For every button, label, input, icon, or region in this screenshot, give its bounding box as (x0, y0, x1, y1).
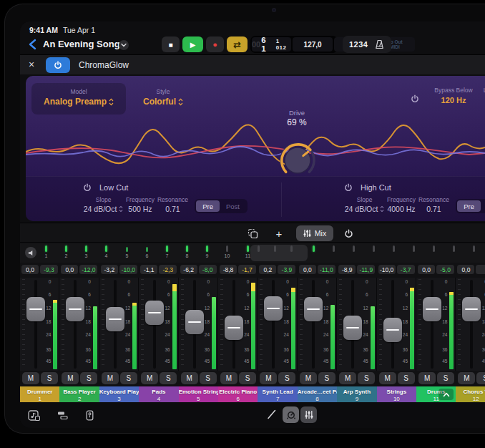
pre-button[interactable]: Pre (196, 200, 220, 212)
overview-tick[interactable] (166, 245, 168, 252)
track-label[interactable]: Bass Player2 (59, 386, 99, 402)
tracks-view-button[interactable] (54, 408, 70, 422)
post-button[interactable]: Post (220, 200, 246, 212)
pencil-tool-icon[interactable] (266, 409, 278, 420)
cycle-button[interactable]: ⇄ (227, 36, 248, 52)
volume-value-chip[interactable]: 0,0 (457, 265, 474, 274)
overview-tick[interactable] (393, 245, 395, 252)
song-menu-button[interactable] (119, 40, 129, 50)
song-title[interactable]: An Evening Song (43, 39, 120, 49)
solo-button[interactable]: S (41, 372, 58, 384)
overview-tick[interactable] (313, 245, 315, 252)
volume-value-chip[interactable]: -8,8 (220, 265, 237, 274)
mute-button[interactable]: M (300, 372, 317, 384)
track-label[interactable]: Arp Synth9 (337, 386, 376, 402)
fader-cap[interactable] (264, 296, 283, 321)
record-button[interactable]: ● (206, 36, 224, 52)
solo-button[interactable]: S (120, 372, 137, 384)
peak-value-chip[interactable]: -12,0 (79, 265, 97, 274)
track-label[interactable]: Electric Piano6 (218, 386, 258, 402)
fader-cap[interactable] (423, 297, 441, 321)
mix-view-button[interactable]: Mix (296, 225, 333, 241)
plugin-power-button[interactable] (46, 57, 70, 73)
mute-button[interactable]: M (260, 372, 277, 384)
overview-tick[interactable] (247, 245, 249, 252)
overview-tick[interactable] (274, 245, 276, 252)
browser-button[interactable] (26, 408, 41, 422)
volume-value-chip[interactable]: -8,9 (338, 265, 356, 274)
peak-value-chip[interactable]: -3,9 (278, 265, 295, 274)
fader-cap[interactable] (185, 310, 204, 334)
track-label[interactable]: Arcade…eet Pad8 (298, 386, 337, 402)
lcd-display[interactable]: 00 6 1 1 012 127,0 4/4 C maj No Out MIDI (250, 36, 338, 53)
track-label[interactable]: Synth Lead7 (258, 386, 297, 402)
high-cut-slope[interactable]: Slope 24 dB/Oct (344, 196, 385, 213)
fader-cap[interactable] (106, 307, 124, 331)
overview-tick[interactable] (146, 247, 148, 252)
peak-value-chip[interactable]: -11,0 (318, 265, 335, 274)
solo-button[interactable]: S (476, 372, 485, 384)
low-cut-slope[interactable]: Slope 24 dB/Oct (83, 196, 124, 213)
add-track-button[interactable]: + (268, 225, 290, 241)
mute-button[interactable]: M (418, 372, 436, 384)
high-cut-frequency[interactable]: Frequency 4000 Hz (385, 196, 417, 213)
high-cut-resonance[interactable]: Resonance 0.71 (418, 196, 450, 213)
overview-tick[interactable] (206, 245, 208, 252)
overview-tick[interactable] (373, 245, 375, 252)
metronome-icon[interactable] (374, 39, 385, 50)
overview-tick[interactable] (258, 245, 260, 252)
model-selector[interactable]: Model Analog Preamp (31, 83, 126, 115)
volume-value-chip[interactable]: -1,1 (140, 265, 157, 274)
peak-value-chip[interactable]: -9,3 (40, 265, 58, 274)
solo-button[interactable]: S (160, 372, 177, 384)
fader-cap[interactable] (225, 316, 243, 340)
volume-value-chip[interactable]: -3,2 (101, 265, 118, 274)
level-control[interactable]: Level 0.0 (469, 87, 485, 104)
overview-tick[interactable] (333, 245, 335, 252)
fader-cap[interactable] (462, 297, 481, 321)
volume-value-chip[interactable]: 0,0 (299, 265, 316, 274)
play-button[interactable]: ▶ (182, 36, 203, 52)
overview-tick[interactable] (126, 247, 128, 252)
overview-tick[interactable] (186, 245, 188, 252)
pre-button[interactable]: Pre (457, 200, 481, 212)
mute-button[interactable]: M (22, 372, 39, 384)
mixer-power-button[interactable] (338, 225, 359, 241)
fader-cap[interactable] (304, 297, 323, 321)
style-selector[interactable]: Style Colorful (133, 83, 193, 107)
volume-value-chip[interactable]: 0,0 (418, 265, 435, 274)
solo-button[interactable]: S (239, 372, 256, 384)
track-label[interactable]: Strings10 (377, 386, 416, 402)
track-label[interactable]: Drums11 (416, 386, 456, 402)
solo-button[interactable]: S (398, 372, 415, 384)
mute-button[interactable]: M (220, 372, 237, 384)
mute-button[interactable]: M (379, 372, 396, 384)
io-connector-button[interactable] (82, 408, 97, 422)
overview-tick[interactable] (353, 245, 355, 252)
copy-settings-button[interactable] (242, 225, 263, 241)
overview-tick[interactable] (413, 245, 415, 252)
solo-button[interactable]: S (200, 372, 217, 384)
controls-view-button[interactable] (283, 406, 299, 423)
fader-cap[interactable] (383, 318, 402, 342)
collapse-stack-button[interactable] (439, 389, 454, 400)
monitor-icon[interactable] (25, 247, 36, 258)
low-cut-resonance[interactable]: Resonance 0.71 (157, 196, 189, 213)
mute-button[interactable]: M (62, 372, 79, 384)
peak-value-chip[interactable]: -3,7 (397, 265, 415, 274)
peak-value-chip[interactable]: -11,9 (357, 265, 375, 274)
peak-value-chip[interactable]: -2,3 (159, 265, 177, 274)
volume-value-chip[interactable]: 0,0 (21, 265, 39, 274)
volume-value-chip[interactable]: 0,2 (259, 265, 276, 274)
overview-tick[interactable] (226, 245, 228, 252)
low-cut-power-icon[interactable] (83, 183, 92, 192)
overview-tick[interactable] (433, 245, 435, 252)
peak-value-chip[interactable] (476, 265, 485, 274)
fader-cap[interactable] (145, 301, 164, 325)
peak-value-chip[interactable]: -5,0 (436, 265, 454, 274)
stop-button[interactable]: ■ (162, 36, 180, 52)
back-chevron-icon[interactable] (27, 38, 39, 51)
overview-tick[interactable] (473, 245, 475, 252)
volume-value-chip[interactable]: -10,0 (378, 265, 396, 274)
overview-tick[interactable] (105, 245, 107, 252)
